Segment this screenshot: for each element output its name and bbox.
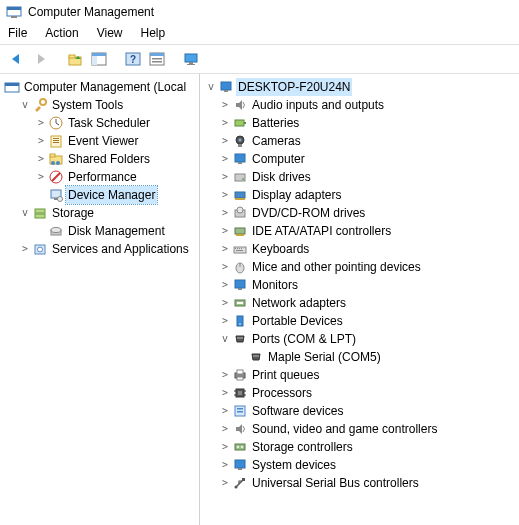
cat-batteries[interactable]: >Batteries [200,114,519,132]
expand-icon[interactable]: > [218,132,232,150]
expand-icon[interactable]: > [218,186,232,204]
expand-icon[interactable]: > [218,384,232,402]
collapse-icon[interactable]: v [204,78,218,96]
svg-rect-33 [35,209,45,213]
cat-ide[interactable]: >IDE ATA/ATAPI controllers [200,222,519,240]
svg-rect-16 [187,64,195,65]
expand-icon[interactable]: > [218,366,232,384]
cat-sound[interactable]: >Sound, video and game controllers [200,420,519,438]
expand-icon[interactable]: > [34,132,48,150]
svg-point-72 [241,337,243,339]
svg-point-38 [38,247,43,252]
monitor-icon [232,277,248,293]
expand-icon[interactable]: > [218,258,232,276]
device-root[interactable]: v DESKTOP-F20U24N [200,78,519,96]
tree-performance[interactable]: > Performance [0,168,199,186]
cat-computer[interactable]: >Computer [200,150,519,168]
menu-view[interactable]: View [97,26,123,40]
cat-network[interactable]: >Network adapters [200,294,519,312]
cat-dvd[interactable]: >DVD/CD-ROM drives [200,204,519,222]
cat-disk-drives[interactable]: >Disk drives [200,168,519,186]
cat-storage-ctrl[interactable]: >Storage controllers [200,438,519,456]
cat-keyboards[interactable]: >Keyboards [200,240,519,258]
storage-ctrl-icon [232,439,248,455]
cat-display[interactable]: >Display adapters [200,186,519,204]
expand-icon[interactable]: > [34,150,48,168]
expand-icon[interactable]: > [218,474,232,492]
tree-services-apps[interactable]: > Services and Applications [0,240,199,258]
svg-point-53 [237,207,243,213]
sound-icon [232,421,248,437]
cat-mice[interactable]: >Mice and other pointing devices [200,258,519,276]
svg-rect-39 [221,82,231,90]
forward-button[interactable] [30,48,52,70]
expand-icon[interactable]: > [218,222,232,240]
tree-task-scheduler[interactable]: > Task Scheduler [0,114,199,132]
mmc-icon [4,79,20,95]
cat-processors[interactable]: >Processors [200,384,519,402]
cat-print[interactable]: >Print queues [200,366,519,384]
collapse-icon[interactable]: v [18,204,32,222]
cat-software[interactable]: >Software devices [200,402,519,420]
svg-point-71 [239,337,241,339]
cat-audio[interactable]: >Audio inputs and outputs [200,96,519,114]
expand-icon[interactable]: > [218,96,232,114]
cat-ports[interactable]: vPorts (COM & LPT) [200,330,519,348]
help-button[interactable]: ? [122,48,144,70]
back-button[interactable] [6,48,28,70]
show-hide-tree-button[interactable] [88,48,110,70]
expand-icon[interactable]: > [218,114,232,132]
menu-file[interactable]: File [8,26,27,40]
svg-point-28 [56,161,60,165]
tree-device-manager[interactable]: > Device Manager [0,186,199,204]
svg-rect-18 [5,83,19,86]
menu-action[interactable]: Action [45,26,78,40]
svg-rect-92 [238,468,242,470]
toolbar: ? [0,44,519,74]
expand-icon[interactable]: > [218,312,232,330]
properties-button[interactable] [146,48,168,70]
up-button[interactable] [64,48,86,70]
tree-root[interactable]: Computer Management (Local [0,78,199,96]
tree-storage[interactable]: v Storage [0,204,199,222]
tree-disk-management[interactable]: > Disk Management [0,222,199,240]
expand-icon[interactable]: > [218,402,232,420]
expand-icon[interactable]: > [218,420,232,438]
expand-icon[interactable]: > [218,276,232,294]
expand-icon[interactable]: > [218,438,232,456]
cat-portable[interactable]: >Portable Devices [200,312,519,330]
svg-rect-23 [53,140,59,141]
svg-rect-22 [53,138,59,139]
tree-system-tools[interactable]: v System Tools [0,96,199,114]
cat-system[interactable]: >System devices [200,456,519,474]
cat-monitors[interactable]: >Monitors [200,276,519,294]
device-maple-serial[interactable]: >Maple Serial (COM5) [200,348,519,366]
port-icon [232,331,248,347]
printer-icon [232,367,248,383]
svg-rect-21 [51,136,61,147]
svg-rect-2 [11,16,17,18]
menu-help[interactable]: Help [141,26,166,40]
collapse-icon[interactable]: v [18,96,32,114]
expand-icon[interactable]: > [218,294,232,312]
expand-icon[interactable]: > [218,168,232,186]
collapse-icon[interactable]: v [218,330,232,348]
svg-point-69 [239,323,241,325]
cat-cameras[interactable]: >Cameras [200,132,519,150]
expand-icon[interactable]: > [218,456,232,474]
cat-usb[interactable]: >Universal Serial Bus controllers [200,474,519,492]
svg-rect-58 [237,248,238,249]
tree-shared-folders[interactable]: > Shared Folders [0,150,199,168]
expand-icon[interactable]: > [218,204,232,222]
svg-point-32 [58,197,63,202]
expand-icon[interactable]: > [218,240,232,258]
expand-icon[interactable]: > [18,240,32,258]
svg-rect-7 [92,56,97,65]
svg-rect-77 [237,370,243,374]
toolbar-separator-3 [170,48,178,70]
tree-event-viewer[interactable]: > Event Viewer [0,132,199,150]
expand-icon[interactable]: > [218,150,232,168]
monitor-button[interactable] [180,48,202,70]
expand-icon[interactable]: > [34,168,48,186]
expand-icon[interactable]: > [34,114,48,132]
